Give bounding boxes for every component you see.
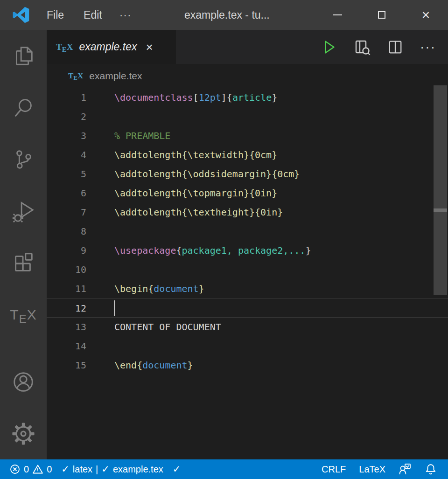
line-number: 15 xyxy=(47,356,86,375)
play-icon xyxy=(321,39,337,55)
line-number: 9 xyxy=(47,241,86,260)
line-content: \begin{document} xyxy=(86,279,204,299)
code-line[interactable]: 1\documentclass[12pt]{article} xyxy=(47,88,448,107)
compile-status[interactable]: ✓ xyxy=(168,459,186,479)
activity-explorer[interactable] xyxy=(0,30,47,82)
code-line[interactable]: 11\begin{document} xyxy=(47,279,448,299)
line-number: 7 xyxy=(47,203,86,222)
activity-extensions[interactable] xyxy=(0,237,47,289)
warning-count: 0 xyxy=(47,464,52,475)
line-number: 6 xyxy=(47,184,86,203)
code-line[interactable]: 4\addtolength{\textwidth}{0cm} xyxy=(47,146,448,165)
code-line[interactable]: 5\addtolength{\oddsidemargin}{0cm} xyxy=(47,165,448,184)
line-number: 10 xyxy=(47,260,86,279)
status-bar: 0 0 ✓ latex | ✓ example.tex ✓ CRLF LaTeX xyxy=(0,459,448,479)
activity-search[interactable] xyxy=(0,82,47,133)
code-line[interactable]: 15\end{document} xyxy=(47,356,448,375)
close-button[interactable]: × xyxy=(404,0,448,30)
activity-bar: TEX xyxy=(0,30,47,459)
build-tool-label: latex xyxy=(73,464,92,475)
gear-icon xyxy=(11,422,35,446)
line-number: 11 xyxy=(47,279,86,299)
line-content: \usepackage{package1, package2,...} xyxy=(86,241,311,260)
maximize-icon xyxy=(378,11,385,19)
eol-selector[interactable]: CRLF xyxy=(315,459,352,479)
overview-cursor-marker xyxy=(434,208,447,212)
problems-status[interactable]: 0 0 xyxy=(5,459,56,479)
activity-accounts[interactable] xyxy=(0,356,47,408)
tab-example-tex[interactable]: TEX example.tex × xyxy=(47,30,176,64)
view-pdf-button[interactable] xyxy=(354,39,371,56)
editor[interactable]: 1\documentclass[12pt]{article}23% PREAMB… xyxy=(47,88,448,459)
breadcrumb: TEX example.tex xyxy=(47,64,448,88)
activity-latex-workshop[interactable]: TEX xyxy=(0,289,47,340)
editor-actions: ··· xyxy=(321,30,448,64)
split-editor-icon xyxy=(387,39,403,55)
text-cursor xyxy=(114,300,115,316)
activity-settings[interactable] xyxy=(0,408,47,459)
line-number: 5 xyxy=(47,165,86,184)
error-icon xyxy=(9,464,21,475)
line-number: 14 xyxy=(47,337,86,356)
error-count: 0 xyxy=(24,464,29,475)
line-content xyxy=(86,337,114,356)
window-title: example.tex - tu... xyxy=(139,9,315,21)
line-content: \addtolength{\textwidth}{0cm} xyxy=(86,146,277,165)
code-line[interactable]: 6\addtolength{\topmargin}{0in} xyxy=(47,184,448,203)
language-label: LaTeX xyxy=(359,464,385,475)
tab-close-icon[interactable]: × xyxy=(146,41,153,53)
tab-label: example.tex xyxy=(79,41,137,53)
latex-build-status[interactable]: ✓ latex | ✓ example.tex xyxy=(56,459,168,479)
activity-source-control[interactable] xyxy=(0,133,47,185)
code-line[interactable]: 14 xyxy=(47,337,448,356)
notifications-button[interactable] xyxy=(418,459,443,479)
tex-file-icon: TEX xyxy=(56,42,73,52)
eol-label: CRLF xyxy=(322,464,346,475)
editor-group: TEX example.tex × xyxy=(47,30,448,459)
code-line[interactable]: 9\usepackage{package1, package2,...} xyxy=(47,241,448,260)
minimize-icon xyxy=(333,14,342,16)
line-content: CONTENT OF DOCUMENT xyxy=(86,318,221,337)
line-number: 12 xyxy=(47,299,86,317)
scrollbar-thumb[interactable] xyxy=(434,85,447,295)
code-line[interactable]: 7\addtolength{\textheight}{0in} xyxy=(47,203,448,222)
separator: | xyxy=(96,464,98,475)
check-icon: ✓ xyxy=(61,464,70,475)
code-line[interactable]: 13CONTENT OF DOCUMENT xyxy=(47,318,448,337)
maximize-button[interactable] xyxy=(359,0,404,30)
line-content xyxy=(86,299,114,317)
code-line[interactable]: 10 xyxy=(47,260,448,279)
build-latex-button[interactable] xyxy=(321,39,337,55)
breadcrumb-item-file[interactable]: example.tex xyxy=(89,70,142,82)
tex-icon: TEX xyxy=(10,307,36,323)
code-line[interactable]: 3% PREAMBLE xyxy=(47,126,448,146)
activity-run-debug[interactable] xyxy=(0,185,47,237)
code-line[interactable]: 8 xyxy=(47,222,448,241)
minimize-button[interactable] xyxy=(315,0,359,30)
line-number: 4 xyxy=(47,146,86,165)
language-mode-selector[interactable]: LaTeX xyxy=(352,459,392,479)
line-number: 3 xyxy=(47,126,86,146)
menu-overflow[interactable]: ··· xyxy=(112,0,139,30)
split-editor-button[interactable] xyxy=(387,39,403,55)
source-control-icon xyxy=(11,147,35,172)
line-content: \documentclass[12pt]{article} xyxy=(86,88,277,107)
more-actions-icon[interactable]: ··· xyxy=(420,44,436,50)
feedback-button[interactable] xyxy=(392,459,418,479)
line-content: \end{document} xyxy=(86,356,193,375)
code-line[interactable]: 12 xyxy=(47,299,448,318)
line-content xyxy=(86,107,114,126)
tex-file-icon: TEX xyxy=(68,71,83,81)
menu-file[interactable]: File xyxy=(37,0,74,30)
line-number: 8 xyxy=(47,222,86,241)
check-icon: ✓ xyxy=(101,464,110,475)
line-number: 2 xyxy=(47,107,86,126)
check-icon: ✓ xyxy=(173,464,181,475)
line-content: \addtolength{\topmargin}{0in} xyxy=(86,184,277,203)
menu-edit[interactable]: Edit xyxy=(74,0,112,30)
close-icon: × xyxy=(422,7,430,23)
line-content xyxy=(86,222,114,241)
code-line[interactable]: 2 xyxy=(47,107,448,126)
build-file-label: example.tex xyxy=(113,464,163,475)
line-content: % PREAMBLE xyxy=(86,126,170,146)
